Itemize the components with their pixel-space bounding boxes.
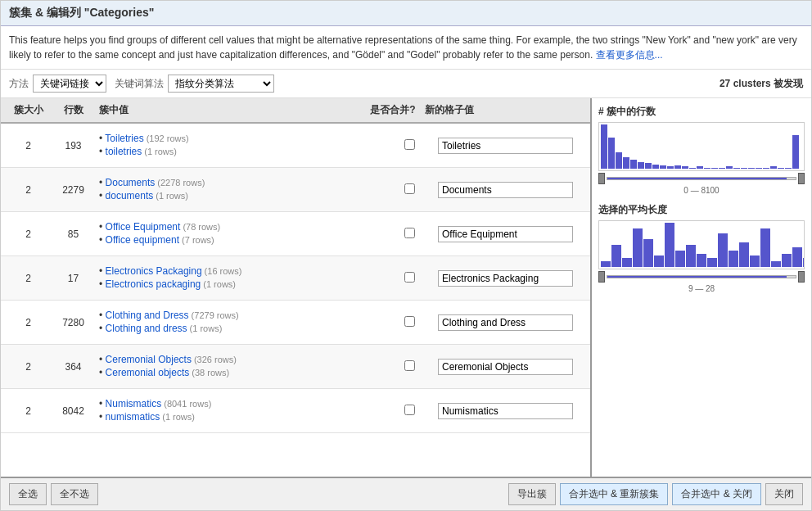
dialog-title: 簇集 & 编辑列 "Categories"	[1, 1, 811, 26]
chart1-track	[607, 177, 796, 180]
table-row: 22279Documents(2278 rows)documents(1 row…	[1, 168, 590, 212]
new-value-input[interactable]	[438, 314, 573, 331]
merge-checkbox[interactable]	[404, 183, 415, 194]
export-button[interactable]: 导出簇	[508, 483, 556, 505]
median-link[interactable]: Clothing and Dress	[106, 310, 189, 321]
header-scroll	[569, 102, 585, 119]
new-value-input[interactable]	[438, 403, 573, 419]
median-link[interactable]: Ceremonial Objects	[106, 354, 192, 365]
cell-merge[interactable]	[381, 139, 438, 152]
median-link[interactable]: Electronics Packaging	[106, 265, 202, 277]
close-button[interactable]: 关闭	[765, 483, 803, 505]
row-count: (78 rows)	[183, 222, 220, 232]
table-body: 2193Toiletries(192 rows)toiletries(1 row…	[1, 124, 590, 477]
histogram-bar	[601, 124, 607, 169]
median-link[interactable]: Toiletries	[105, 133, 143, 144]
header-size: 簇大小	[6, 102, 51, 119]
merge-checkbox[interactable]	[404, 316, 415, 327]
new-value-input[interactable]	[438, 359, 573, 375]
row-count: (38 rows)	[192, 368, 229, 378]
keyfunc-select[interactable]: 指纹分类算法	[168, 75, 274, 93]
histogram-bar	[748, 168, 755, 169]
method-label: 方法	[9, 77, 29, 91]
cell-merge[interactable]	[381, 272, 438, 285]
new-value-input[interactable]	[438, 138, 573, 154]
median-link[interactable]: Office Equipment	[106, 221, 181, 233]
cell-rows: 193	[51, 140, 96, 151]
chart2-section: 选择的平均长度 9 — 28	[598, 203, 805, 293]
header-median: 簇中值	[96, 102, 364, 119]
histogram-bar	[707, 258, 717, 267]
chart1-right-handle[interactable]	[798, 173, 805, 184]
new-value-input[interactable]	[438, 270, 573, 287]
cell-merge[interactable]	[381, 360, 438, 373]
select-all-button[interactable]: 全选	[9, 483, 47, 505]
median-link[interactable]: Ceremonial objects	[106, 367, 190, 378]
merge-checkbox[interactable]	[404, 360, 415, 371]
content-area: 簇大小 行数 簇中值 是否合并? 新的格子值 2193Toiletries(19…	[1, 98, 811, 477]
row-count: (326 rows)	[194, 355, 237, 364]
learn-more-link[interactable]: 查看更多信息...	[596, 49, 663, 61]
cell-newval	[438, 403, 585, 419]
histogram-bar	[711, 168, 718, 169]
table-row: 27280Clothing and Dress(7279 rows)Clothi…	[1, 301, 590, 345]
new-value-input[interactable]	[438, 182, 573, 198]
merge-close-button[interactable]: 合并选中 & 关闭	[672, 483, 761, 505]
median-link[interactable]: documents	[106, 190, 154, 201]
cell-newval	[438, 314, 585, 331]
cell-merge[interactable]	[381, 228, 438, 241]
histogram-bar	[645, 163, 652, 169]
histogram-bar	[697, 254, 706, 267]
cell-median: Electronics Packaging(16 rows)Electronic…	[96, 265, 381, 292]
cell-rows: 7280	[51, 317, 96, 328]
row-count: (1 rows)	[144, 147, 177, 156]
merge-checkbox[interactable]	[404, 405, 415, 415]
merge-checkbox[interactable]	[404, 139, 415, 150]
histogram-bar	[704, 168, 710, 169]
cell-median: Ceremonial Objects(326 rows)Ceremonial o…	[96, 354, 381, 380]
table-row: 285Office Equipment(78 rows)Office equip…	[1, 212, 590, 256]
new-value-input[interactable]	[438, 226, 573, 242]
median-link[interactable]: toiletries	[106, 146, 142, 157]
merge-checkbox[interactable]	[404, 272, 415, 283]
histogram-bar	[785, 168, 792, 169]
cell-median: Toiletries(192 rows)toiletries(1 rows)	[96, 133, 381, 159]
histogram-bar	[608, 138, 615, 169]
table-row: 217Electronics Packaging(16 rows)Electro…	[1, 256, 590, 301]
cell-merge[interactable]	[381, 316, 438, 329]
cell-merge[interactable]	[381, 405, 438, 418]
chart1-left-handle[interactable]	[598, 173, 605, 184]
cell-merge[interactable]	[381, 183, 438, 197]
histogram-bar	[803, 258, 805, 267]
histogram-bar	[719, 168, 725, 169]
deselect-all-button[interactable]: 全不选	[51, 483, 98, 505]
merge-checkbox[interactable]	[404, 228, 415, 238]
median-link[interactable]: Office equipment	[106, 234, 180, 246]
histogram-bar	[675, 251, 685, 267]
cluster-number: 27	[720, 78, 730, 89]
cell-size: 2	[6, 405, 51, 417]
merge-recluster-button[interactable]: 合并选中 & 重新簇集	[560, 483, 669, 505]
keyfunc-group: 关键词算法 指纹分类算法	[115, 75, 274, 93]
chart2-left-handle[interactable]	[598, 271, 605, 283]
description-text: This feature helps you find groups of di…	[9, 34, 797, 61]
cell-newval	[438, 270, 585, 287]
histogram-bar	[770, 166, 777, 169]
cell-size: 2	[6, 228, 51, 240]
median-link[interactable]: Documents	[106, 177, 156, 188]
median-link[interactable]: numismatics	[106, 411, 160, 423]
row-count: (1 rows)	[156, 191, 188, 201]
row-count: (1 rows)	[162, 412, 195, 422]
median-link[interactable]: Electronics packaging	[106, 278, 201, 290]
median-link[interactable]: Numismatics	[106, 398, 162, 409]
cell-size: 2	[6, 273, 51, 284]
method-select[interactable]: 关键词链接	[33, 75, 106, 93]
table-area: 簇大小 行数 簇中值 是否合并? 新的格子值 2193Toiletries(19…	[1, 98, 590, 477]
chart2-right-handle[interactable]	[798, 271, 805, 283]
histogram-bar	[638, 162, 644, 169]
header-rows: 行数	[51, 102, 96, 119]
median-link[interactable]: Clothing and dress	[106, 323, 187, 334]
histogram-bar	[760, 228, 770, 267]
chart2-range: 9 — 28	[598, 284, 805, 293]
histogram-bar	[611, 245, 621, 267]
